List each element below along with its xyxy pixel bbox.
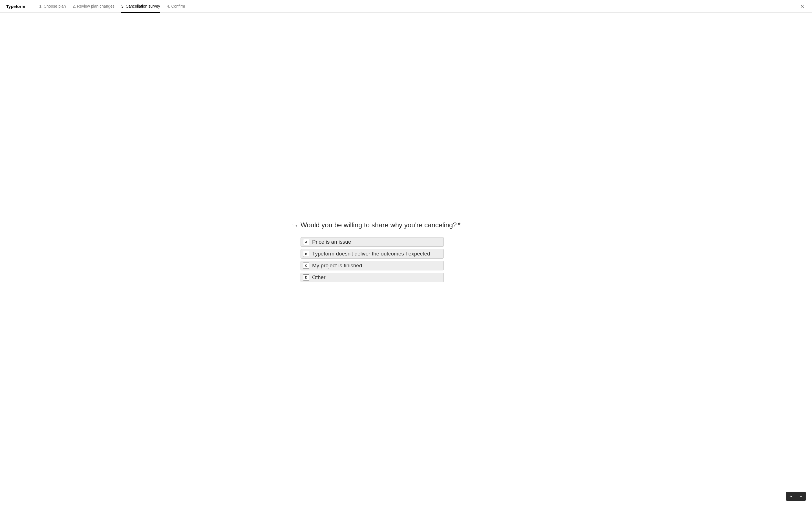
header: Typeform 1. Choose plan 2. Review plan c… [0,0,812,13]
navigation-controls [786,492,806,501]
required-indicator: * [458,221,460,229]
option-d[interactable]: D Other [301,273,444,282]
option-key-badge: B [303,251,309,257]
question-header: 1 Would you be willing to share why you'… [290,221,522,229]
question-container: 1 Would you be willing to share why you'… [279,221,533,282]
option-label: Price is an issue [312,239,351,245]
option-label: Other [312,274,326,281]
step-choose-plan[interactable]: 1. Choose plan [39,0,66,12]
chevron-down-icon [799,494,803,498]
main-content: 1 Would you be willing to share why you'… [0,13,812,507]
step-navigation: 1. Choose plan 2. Review plan changes 3.… [39,0,185,12]
option-c[interactable]: C My project is finished [301,261,444,270]
step-confirm[interactable]: 4. Confirm [167,0,185,12]
options-list: A Price is an issue B Typeform doesn't d… [301,237,444,282]
previous-question-button[interactable] [786,492,796,501]
close-button[interactable] [799,3,806,10]
option-label: My project is finished [312,263,362,269]
option-b[interactable]: B Typeform doesn't deliver the outcomes … [301,249,444,259]
question-text: Would you be willing to share why you're… [301,221,460,229]
option-label: Typeform doesn't deliver the outcomes I … [312,251,430,257]
question-number-value: 1 [292,224,294,228]
question-text-value: Would you be willing to share why you're… [301,221,457,229]
brand-logo: Typeform [6,4,25,9]
option-key-badge: D [303,274,309,281]
step-review-plan-changes[interactable]: 2. Review plan changes [72,0,114,12]
option-a[interactable]: A Price is an issue [301,237,444,247]
option-key-badge: A [303,239,309,245]
next-question-button[interactable] [796,492,806,501]
arrow-right-icon [295,224,298,227]
chevron-up-icon [789,494,793,498]
option-key-badge: C [303,263,309,269]
step-cancellation-survey[interactable]: 3. Cancellation survey [121,0,160,12]
close-icon [800,4,805,9]
question-number: 1 [290,224,298,228]
